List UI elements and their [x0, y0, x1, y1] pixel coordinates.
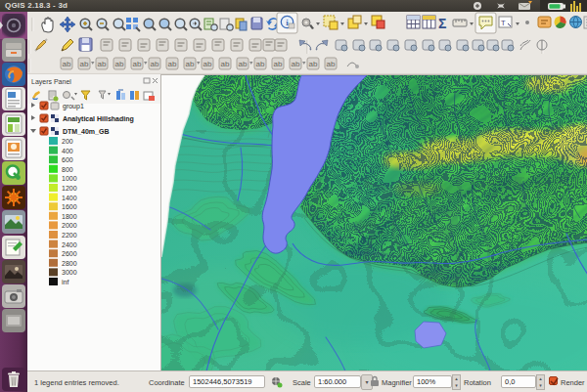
svg-text:group1: group1 [63, 103, 84, 110]
svg-text:ab: ab [292, 60, 300, 68]
svg-text:ab: ab [151, 60, 159, 68]
svg-text:ab: ab [327, 60, 336, 68]
svg-text:600: 600 [62, 156, 73, 163]
svg-text:ab: ab [186, 60, 195, 68]
svg-text:400: 400 [62, 148, 73, 154]
svg-text:2400: 2400 [62, 241, 77, 248]
svg-text:Layers Panel: Layers Panel [31, 78, 71, 86]
svg-text:1400: 1400 [62, 195, 77, 201]
svg-text:2800: 2800 [62, 260, 77, 267]
svg-text:Σ: Σ [438, 16, 446, 31]
svg-text:1200: 1200 [62, 185, 77, 192]
svg-text:T: T [501, 19, 506, 27]
svg-text:ab: ab [203, 60, 212, 68]
svg-text:ab: ab [80, 60, 89, 68]
svg-text:1800: 1800 [62, 213, 77, 220]
svg-text:2000: 2000 [62, 222, 77, 229]
svg-text:ab: ab [309, 60, 318, 68]
svg-text:ab: ab [168, 60, 177, 68]
svg-text:1000: 1000 [62, 175, 77, 182]
svg-text:ab: ab [115, 60, 124, 68]
svg-text:inf: inf [62, 279, 68, 285]
svg-text:ab: ab [98, 60, 107, 68]
svg-text:ab: ab [133, 60, 142, 68]
svg-text:Analytical Hillshading: Analytical Hillshading [63, 115, 134, 123]
svg-text:1600: 1600 [62, 203, 77, 210]
svg-text:3000: 3000 [62, 269, 77, 276]
svg-text:ab: ab [63, 60, 71, 68]
svg-text:2200: 2200 [62, 232, 77, 239]
svg-text:DTM_40m_GB: DTM_40m_GB [63, 128, 109, 135]
svg-text:ab: ab [256, 60, 265, 68]
svg-text:ab: ab [274, 60, 283, 68]
svg-text:ab: ab [221, 60, 230, 68]
svg-text:2600: 2600 [62, 250, 77, 257]
svg-text:ab: ab [239, 60, 248, 68]
svg-text:200: 200 [62, 138, 73, 145]
svg-text:800: 800 [62, 166, 73, 173]
